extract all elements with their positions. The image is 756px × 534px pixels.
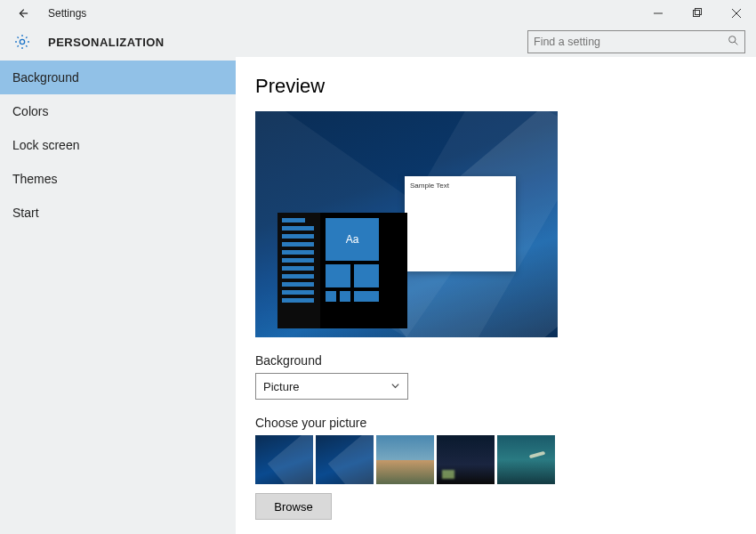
- thumbnail-1[interactable]: [255, 435, 313, 484]
- sidebar-item-label: Start: [12, 206, 39, 220]
- titlebar: Settings: [0, 0, 756, 27]
- background-dropdown[interactable]: Picture: [255, 373, 408, 400]
- svg-rect-2: [696, 9, 702, 15]
- sidebar-item-themes[interactable]: Themes: [0, 162, 236, 196]
- browse-button[interactable]: Browse: [255, 493, 332, 520]
- dropdown-selected: Picture: [263, 380, 299, 393]
- background-label: Background: [255, 353, 756, 368]
- sidebar-item-colors[interactable]: Colors: [0, 94, 236, 128]
- search-icon: [728, 35, 739, 49]
- picture-thumbnails: [255, 435, 756, 484]
- subheader: PERSONALIZATION: [0, 27, 756, 57]
- category-title: PERSONALIZATION: [36, 36, 165, 49]
- background-preview: Sample Text Aa: [255, 111, 558, 337]
- preview-tile-aa: Aa: [326, 218, 379, 261]
- window-controls: [639, 0, 756, 27]
- sidebar-item-label: Background: [12, 70, 79, 85]
- preview-sample-text: Sample Text: [405, 176, 516, 195]
- browse-button-label: Browse: [274, 500, 312, 514]
- preview-start-menu: Aa: [277, 213, 407, 328]
- svg-point-6: [729, 36, 736, 43]
- close-button[interactable]: [717, 0, 756, 27]
- thumbnail-2[interactable]: [316, 435, 374, 484]
- content-area: Preview Sample Text Aa: [236, 57, 756, 534]
- sidebar-item-label: Lock screen: [12, 138, 79, 152]
- window-title: Settings: [36, 7, 86, 20]
- maximize-button[interactable]: [678, 0, 717, 27]
- thumbnail-5[interactable]: [497, 435, 555, 484]
- sidebar-item-background[interactable]: Background: [0, 61, 236, 94]
- choose-picture-label: Choose your picture: [255, 416, 756, 430]
- sidebar-item-lock-screen[interactable]: Lock screen: [0, 128, 236, 162]
- minimize-button[interactable]: [639, 0, 678, 27]
- sidebar-item-label: Themes: [12, 172, 58, 186]
- back-button[interactable]: [9, 7, 36, 20]
- sidebar-item-label: Colors: [12, 104, 48, 118]
- gear-icon: [9, 33, 36, 51]
- thumbnail-3[interactable]: [376, 435, 434, 484]
- svg-rect-1: [694, 11, 700, 17]
- search-input[interactable]: [534, 36, 728, 48]
- search-box[interactable]: [527, 30, 745, 53]
- chevron-down-icon: [390, 380, 400, 393]
- sidebar: Background Colors Lock screen Themes Sta…: [0, 57, 236, 534]
- preview-sample-window: Sample Text: [405, 176, 516, 271]
- preview-heading: Preview: [255, 75, 756, 98]
- svg-line-7: [735, 42, 737, 44]
- thumbnail-4[interactable]: [437, 435, 495, 484]
- sidebar-item-start[interactable]: Start: [0, 196, 236, 230]
- svg-point-5: [20, 39, 24, 44]
